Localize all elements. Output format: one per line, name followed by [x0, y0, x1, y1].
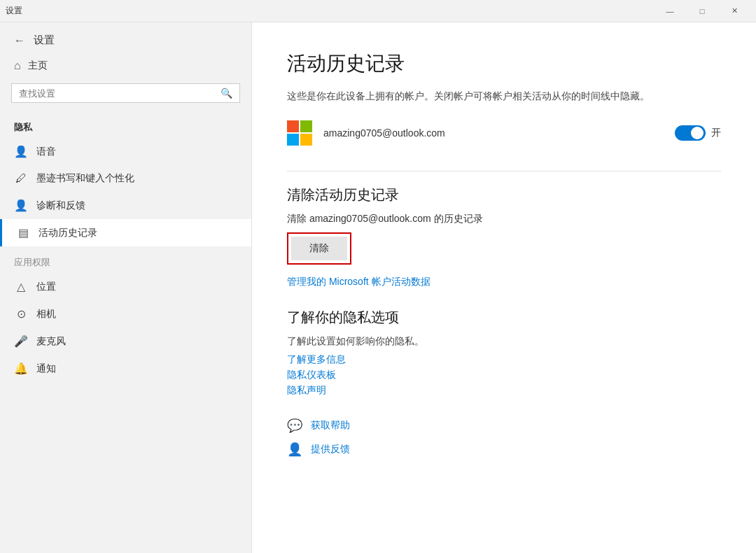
clear-button[interactable]: 清除	[291, 237, 347, 260]
help-item-feedback: 👤 提供反馈	[287, 442, 721, 457]
voice-icon: 👤	[14, 145, 28, 158]
app-container: ← 设置 ⌂ 主页 🔍 隐私 👤 语音 🖊 墨迹书写和键入个性化 👤 诊断和反馈…	[0, 22, 756, 553]
home-label: 主页	[28, 59, 48, 72]
home-icon: ⌂	[14, 59, 21, 72]
title-bar-left: 设置	[6, 5, 22, 17]
search-icon: 🔍	[220, 88, 232, 99]
help-item-get-help: 💬 获取帮助	[287, 418, 721, 433]
sidebar-item-notifications[interactable]: 🔔 通知	[0, 355, 251, 382]
toggle-on-label: 开	[711, 127, 721, 139]
close-button[interactable]: ✕	[718, 0, 750, 22]
section-app-label: 应用权限	[0, 246, 251, 273]
sidebar-header: ← 设置	[0, 22, 251, 54]
manage-link[interactable]: 管理我的 Microsoft 帐户活动数据	[287, 276, 721, 288]
clear-button-wrapper: 清除	[287, 232, 351, 265]
sidebar-item-camera-label: 相机	[36, 308, 56, 321]
sidebar-item-microphone-label: 麦克风	[36, 335, 66, 348]
back-button[interactable]: ←	[14, 34, 25, 47]
sidebar-item-notifications-label: 通知	[36, 363, 56, 375]
divider-1	[287, 171, 721, 172]
privacy-link-0[interactable]: 了解更多信息	[287, 354, 721, 366]
account-row: amazing0705@outlook.com 开	[287, 120, 721, 146]
sidebar-item-home[interactable]: ⌂ 主页	[0, 54, 251, 78]
sidebar-item-ink-label: 墨迹书写和键入个性化	[36, 172, 134, 185]
minimize-button[interactable]: —	[654, 0, 686, 22]
title-bar: 设置 — □ ✕	[0, 0, 756, 22]
ms-logo-red	[287, 120, 299, 132]
privacy-section-title: 了解你的隐私选项	[287, 308, 721, 327]
page-title: 活动历史记录	[287, 50, 721, 77]
feedback-link[interactable]: 提供反馈	[311, 443, 350, 456]
clear-account-label: 清除 amazing0705@outlook.com 的历史记录	[287, 213, 721, 225]
privacy-link-1[interactable]: 隐私仪表板	[287, 369, 721, 382]
window-title: 设置	[6, 5, 22, 17]
account-toggle[interactable]	[675, 125, 706, 141]
sidebar-title: 设置	[34, 34, 55, 47]
camera-icon: ⊙	[14, 307, 28, 321]
ms-logo-yellow	[300, 134, 312, 146]
feedback-icon: 👤	[287, 442, 302, 457]
sidebar-item-camera[interactable]: ⊙ 相机	[0, 300, 251, 328]
location-icon: △	[14, 280, 28, 293]
sidebar-item-voice[interactable]: 👤 语音	[0, 138, 251, 165]
sidebar-item-location-label: 位置	[36, 281, 56, 293]
activity-icon: ▤	[16, 226, 30, 239]
microsoft-logo	[287, 120, 312, 146]
search-input[interactable]	[19, 88, 220, 99]
microphone-icon: 🎤	[14, 335, 28, 348]
sidebar-item-diagnostic[interactable]: 👤 诊断和反馈	[0, 192, 251, 219]
title-bar-controls: — □ ✕	[654, 0, 750, 22]
sidebar-item-voice-label: 语音	[36, 146, 56, 158]
sidebar-item-ink[interactable]: 🖊 墨迹书写和键入个性化	[0, 165, 251, 192]
maximize-button[interactable]: □	[686, 0, 718, 22]
privacy-section: 了解你的隐私选项 了解此设置如何影响你的隐私。 了解更多信息 隐私仪表板 隐私声…	[287, 308, 721, 397]
sidebar: ← 设置 ⌂ 主页 🔍 隐私 👤 语音 🖊 墨迹书写和键入个性化 👤 诊断和反馈…	[0, 22, 252, 553]
notifications-icon: 🔔	[14, 362, 28, 375]
toggle-container: 开	[675, 125, 721, 141]
ms-logo-green	[300, 120, 312, 132]
ink-icon: 🖊	[14, 172, 28, 185]
account-email: amazing0705@outlook.com	[323, 127, 664, 139]
sidebar-item-activity[interactable]: ▤ 活动历史记录	[0, 219, 251, 246]
get-help-link[interactable]: 获取帮助	[311, 419, 350, 432]
search-box: 🔍	[11, 83, 240, 103]
main-content: 活动历史记录 这些是你在此设备上拥有的帐户。关闭帐户可将帐户相关活动从你的时间线…	[252, 22, 756, 553]
sidebar-item-location[interactable]: △ 位置	[0, 273, 251, 300]
help-section: 💬 获取帮助 👤 提供反馈	[287, 418, 721, 457]
page-description: 这些是你在此设备上拥有的帐户。关闭帐户可将帐户相关活动从你的时间线中隐藏。	[287, 88, 679, 104]
toggle-knob	[691, 127, 704, 139]
section-privacy-label: 隐私	[0, 114, 251, 138]
privacy-link-2[interactable]: 隐私声明	[287, 384, 721, 397]
sidebar-item-microphone[interactable]: 🎤 麦克风	[0, 328, 251, 355]
sidebar-item-activity-label: 活动历史记录	[38, 227, 97, 239]
diagnostic-icon: 👤	[14, 199, 28, 212]
get-help-icon: 💬	[287, 418, 302, 433]
sidebar-item-diagnostic-label: 诊断和反馈	[36, 200, 85, 212]
clear-section-title: 清除活动历史记录	[287, 186, 721, 204]
ms-logo-blue	[287, 134, 299, 146]
privacy-description: 了解此设置如何影响你的隐私。	[287, 335, 721, 348]
